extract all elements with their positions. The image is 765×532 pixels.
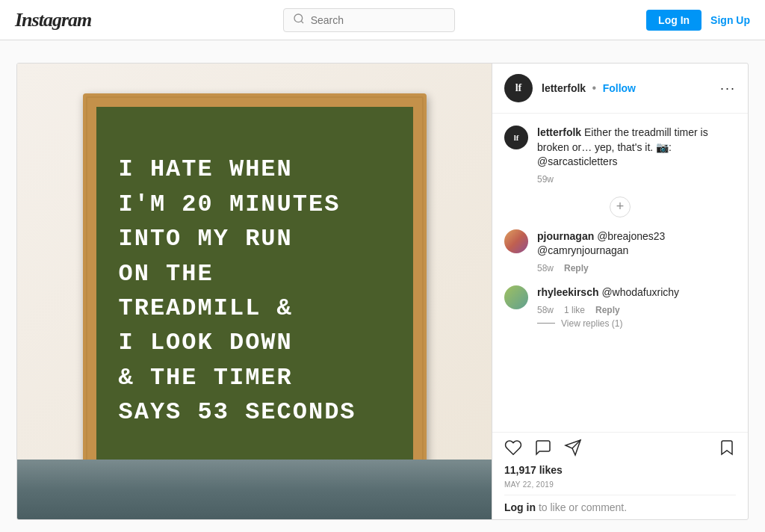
post-image-section: I HATE WHEN I'M 20 MINUTES INTO MY RUN O… — [17, 64, 492, 519]
comment-1-text: pjournagan @breajones23 @camrynjournagan — [537, 229, 736, 259]
search-icon — [293, 13, 305, 28]
comment-1-avatar[interactable] — [504, 229, 528, 253]
load-more-button[interactable]: + — [610, 197, 631, 217]
comment-1-body: pjournagan @breajones23 @camrynjournagan… — [537, 229, 736, 273]
post-image-background: I HATE WHEN I'M 20 MINUTES INTO MY RUN O… — [17, 64, 492, 519]
avatar[interactable]: lf — [504, 74, 533, 102]
post-username[interactable]: letterfolk — [542, 82, 586, 94]
login-link[interactable]: Log in — [504, 501, 536, 513]
comment-2: rhyleekirsch @whodafuxrichy 58w 1 like R… — [504, 285, 736, 329]
comment-2-body: rhyleekirsch @whodafuxrichy 58w 1 like R… — [537, 285, 736, 329]
comment-1-meta: 58w Reply — [537, 263, 736, 273]
view-replies-line — [537, 323, 555, 324]
likes-count: 11,917 likes — [504, 461, 736, 479]
caption-time: 59w — [537, 174, 554, 185]
letter-board-inner: I HATE WHEN I'M 20 MINUTES INTO MY RUN O… — [96, 107, 413, 476]
avatar-label: lf — [515, 82, 522, 94]
main-content: I HATE WHEN I'M 20 MINUTES INTO MY RUN O… — [0, 40, 765, 532]
login-prompt: Log in to like or comment. — [504, 495, 736, 516]
comment-2-content: @whodafuxrichy — [601, 286, 679, 298]
letter-board-text: I HATE WHEN I'M 20 MINUTES INTO MY RUN O… — [119, 152, 356, 430]
dot-separator: • — [592, 81, 597, 94]
action-icons-row — [504, 439, 736, 461]
plus-icon: + — [616, 199, 625, 214]
header: Instagram Log In Sign Up — [0, 0, 765, 40]
view-replies-label: View replies (1) — [561, 318, 622, 329]
search-input[interactable] — [311, 14, 445, 26]
image-floor — [17, 460, 492, 519]
svg-line-1 — [301, 21, 303, 23]
header-actions: Log In Sign Up — [646, 10, 750, 31]
letter-board: I HATE WHEN I'M 20 MINUTES INTO MY RUN O… — [83, 93, 427, 489]
comment-button[interactable] — [534, 439, 552, 461]
load-more-section: + — [504, 197, 736, 217]
comment-2-likes: 1 like — [564, 305, 585, 315]
follow-button[interactable]: Follow — [603, 82, 636, 94]
post-actions: 11,917 likes MAY 22, 2019 Log in to like… — [492, 432, 748, 519]
caption-avatar[interactable]: lf — [504, 126, 528, 149]
view-replies-button[interactable]: View replies (1) — [537, 318, 736, 329]
comment-2-avatar[interactable] — [504, 285, 528, 309]
comment-2-text: rhyleekirsch @whodafuxrichy — [537, 285, 736, 300]
bookmark-button[interactable] — [718, 439, 736, 461]
caption-username[interactable]: letterfolk — [537, 126, 581, 138]
comment-2-time: 58w — [537, 305, 554, 315]
post-sidebar: lf letterfolk • Follow ··· lf — [492, 64, 748, 519]
svg-point-0 — [294, 14, 303, 22]
comment-1: pjournagan @breajones23 @camrynjournagan… — [504, 229, 736, 273]
comment-2-username[interactable]: rhyleekirsch — [537, 286, 599, 298]
post-date: MAY 22, 2019 — [504, 479, 736, 495]
caption-body: letterfolk Either the treadmill timer is… — [537, 126, 736, 185]
post-header-info: letterfolk • Follow — [542, 81, 711, 95]
caption-text: letterfolk Either the treadmill timer is… — [537, 126, 736, 170]
caption-comment: lf letterfolk Either the treadmill timer… — [504, 126, 736, 185]
post-header: lf letterfolk • Follow ··· — [492, 64, 748, 114]
post-card: I HATE WHEN I'M 20 MINUTES INTO MY RUN O… — [16, 63, 749, 520]
signup-button[interactable]: Sign Up — [710, 14, 750, 26]
caption-meta: 59w — [537, 174, 736, 185]
login-prompt-suffix: to like or comment. — [536, 501, 627, 513]
search-bar — [283, 8, 455, 32]
comment-2-meta: 58w 1 like Reply — [537, 305, 736, 315]
comments-section: lf letterfolk Either the treadmill timer… — [492, 114, 748, 432]
login-button[interactable]: Log In — [646, 10, 701, 31]
comment-2-reply[interactable]: Reply — [595, 305, 620, 315]
caption-avatar-label: lf — [514, 133, 519, 142]
like-button[interactable] — [504, 439, 522, 461]
comment-1-username[interactable]: pjournagan — [537, 230, 594, 242]
instagram-logo: Instagram — [15, 9, 91, 31]
comment-1-reply[interactable]: Reply — [564, 263, 589, 273]
share-button[interactable] — [564, 439, 582, 461]
more-options-button[interactable]: ··· — [720, 81, 736, 96]
comment-1-time: 58w — [537, 263, 554, 273]
